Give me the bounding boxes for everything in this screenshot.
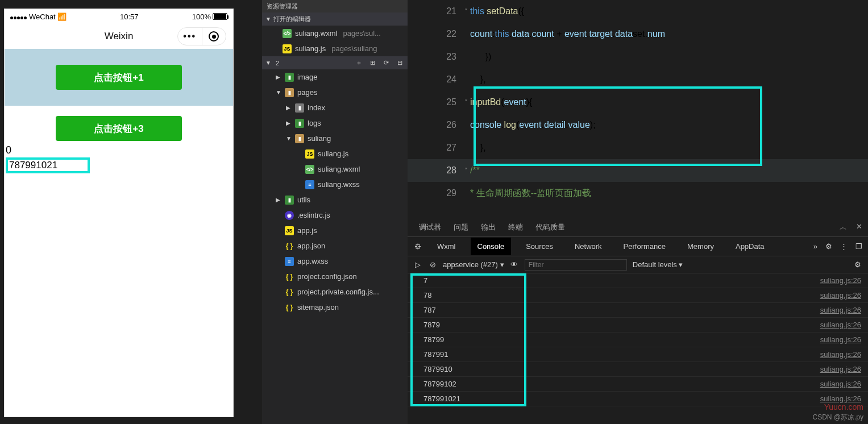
console-log-row[interactable]: 7879910suliang.js:26 — [408, 362, 868, 377]
chevron-icon: ▼ — [286, 135, 292, 142]
log-message: 78799 — [423, 335, 444, 344]
chevron-down-icon: ▼ — [265, 16, 271, 22]
console-log-row[interactable]: 787991suliang.js:26 — [408, 347, 868, 362]
console-log-row[interactable]: 78799suliang.js:26 — [408, 332, 868, 347]
tree-item[interactable]: { }app.json — [262, 238, 408, 253]
code-line[interactable]: count:this.data.count + event.target.dat… — [470, 23, 868, 45]
tree-item[interactable]: ▼▮suliang — [262, 131, 408, 146]
tree-item[interactable]: ▶▮utils — [262, 192, 408, 207]
log-source[interactable]: suliang.js:26 — [820, 276, 861, 285]
tree-item[interactable]: ▶▮index — [262, 100, 408, 115]
log-levels-selector[interactable]: Default levels ▾ — [633, 260, 683, 269]
log-source[interactable]: suliang.js:26 — [820, 335, 861, 344]
console-log-row[interactable]: 7suliang.js:26 — [408, 273, 868, 288]
console-log-row[interactable]: 7879suliang.js:26 — [408, 318, 868, 332]
project-root[interactable]: ▼ 2 ＋ ⊞ ⟳ ⊟ — [262, 56, 408, 69]
more-tabs-icon[interactable]: » — [813, 242, 817, 251]
tab-code-quality[interactable]: 代码质量 — [535, 222, 565, 232]
tree-item[interactable]: JSapp.js — [262, 223, 408, 238]
kebab-icon[interactable]: ⋮ — [840, 242, 848, 251]
log-source[interactable]: suliang.js:26 — [820, 291, 861, 300]
gear-icon[interactable]: ⚙ — [825, 242, 832, 251]
collapse-icon[interactable]: ⊟ — [395, 59, 404, 68]
new-file-icon[interactable]: ＋ — [354, 59, 363, 68]
code-line[interactable]: }, — [470, 136, 868, 159]
log-source[interactable]: suliang.js:26 — [820, 394, 861, 403]
tab-debugger[interactable]: 调试器 — [419, 222, 441, 232]
section-blue: 点击按钮+1 — [5, 49, 233, 106]
gear-icon[interactable]: ⚙ — [853, 260, 862, 269]
file-icon: { } — [285, 272, 294, 281]
clear-icon[interactable]: ⊘ — [428, 260, 437, 269]
filter-input[interactable] — [525, 259, 627, 271]
tab-network[interactable]: Network — [568, 238, 609, 255]
folder-icon: ▮ — [295, 103, 304, 113]
tree-item[interactable]: JSsuliang.js — [262, 146, 408, 161]
carrier-label: WeChat — [29, 13, 56, 21]
fold-icon[interactable]: ˅ — [464, 167, 468, 174]
inspect-icon[interactable]: ⯐ — [413, 242, 422, 251]
log-source[interactable]: suliang.js:26 — [820, 306, 861, 314]
text-input[interactable]: 787991021 — [6, 157, 90, 173]
button-plus-1[interactable]: 点击按钮+1 — [56, 65, 182, 90]
tab-wxml[interactable]: Wxml — [430, 238, 463, 255]
open-editor-item[interactable]: JSsuliang.jspages\suliang — [262, 41, 408, 56]
dock-icon[interactable]: ❐ — [855, 242, 862, 251]
time-label: 10:57 — [120, 13, 139, 21]
console-log-row[interactable]: 78suliang.js:26 — [408, 288, 868, 303]
chevron-down-icon: ▾ — [500, 260, 504, 269]
log-source[interactable]: suliang.js:26 — [820, 350, 861, 359]
eye-icon[interactable]: 👁 — [510, 260, 519, 269]
code-line[interactable]: inputBd(event){ — [470, 91, 868, 114]
button-plus-3[interactable]: 点击按钮+3 — [56, 116, 182, 141]
tree-item[interactable]: ≡app.wxss — [262, 253, 408, 269]
code-line[interactable]: }, — [470, 68, 868, 91]
fold-icon[interactable]: ˅ — [464, 8, 468, 15]
log-source[interactable]: suliang.js:26 — [820, 380, 861, 388]
file-icon: { } — [285, 288, 294, 297]
fold-icon[interactable]: ˅ — [464, 99, 468, 106]
app-title: Weixin — [105, 31, 134, 42]
code-line[interactable]: }) — [470, 45, 868, 68]
tab-performance[interactable]: Performance — [617, 238, 672, 255]
console-log-row[interactable]: 78799102suliang.js:26 — [408, 377, 868, 392]
chevron-up-icon[interactable]: ︿ — [840, 222, 847, 232]
context-selector[interactable]: appservice (#27)▾ — [443, 260, 504, 269]
tab-output[interactable]: 输出 — [481, 222, 496, 232]
code-line[interactable]: * 生命周期函数--监听页面加载 — [470, 182, 868, 205]
tab-problems[interactable]: 问题 — [454, 222, 468, 232]
log-source[interactable]: suliang.js:26 — [820, 321, 861, 329]
tab-appdata[interactable]: AppData — [729, 238, 771, 255]
file-name: suliang.js — [295, 44, 326, 53]
log-source[interactable]: suliang.js:26 — [820, 365, 861, 373]
play-icon[interactable]: ▷ — [413, 260, 422, 269]
tab-console[interactable]: Console — [471, 238, 512, 255]
code-line[interactable]: this.setData({ — [470, 0, 868, 23]
capsule-close-button[interactable] — [202, 31, 226, 41]
open-editors-section[interactable]: ▼ 打开的编辑器 — [262, 13, 408, 26]
code-line[interactable]: console.log(event.detail.value); — [470, 114, 868, 136]
open-editor-item[interactable]: </>suliang.wxmlpages\sul... — [262, 26, 408, 41]
tab-memory[interactable]: Memory — [680, 238, 721, 255]
code-editor[interactable]: 21˅22232425˅262728˅29 this.setData({ cou… — [408, 0, 868, 218]
close-icon[interactable]: ✕ — [856, 222, 862, 232]
console-log-row[interactable]: 787suliang.js:26 — [408, 303, 868, 318]
tree-item[interactable]: { }sitemap.json — [262, 300, 408, 315]
code-line[interactable]: /** — [470, 159, 868, 182]
tree-item[interactable]: ▶▮image — [262, 69, 408, 85]
refresh-icon[interactable]: ⟳ — [381, 59, 391, 68]
new-folder-icon[interactable]: ⊞ — [368, 59, 377, 68]
tree-item[interactable]: </>suliang.wxml — [262, 161, 408, 177]
capsule-menu-button[interactable]: ••• — [178, 28, 202, 45]
tree-item[interactable]: ◉.eslintrc.js — [262, 207, 408, 223]
tab-terminal[interactable]: 终端 — [508, 222, 523, 232]
tree-item[interactable]: { }project.config.json — [262, 269, 408, 284]
log-message: 787991021 — [423, 394, 460, 403]
item-label: suliang — [308, 134, 331, 143]
tab-sources[interactable]: Sources — [519, 238, 560, 255]
console-log-row[interactable]: 787991021suliang.js:26 — [408, 392, 868, 406]
tree-item[interactable]: { }project.private.config.js... — [262, 284, 408, 300]
tree-item[interactable]: ▶▮logs — [262, 115, 408, 131]
tree-item[interactable]: ≡suliang.wxss — [262, 177, 408, 192]
tree-item[interactable]: ▼▮pages — [262, 85, 408, 100]
